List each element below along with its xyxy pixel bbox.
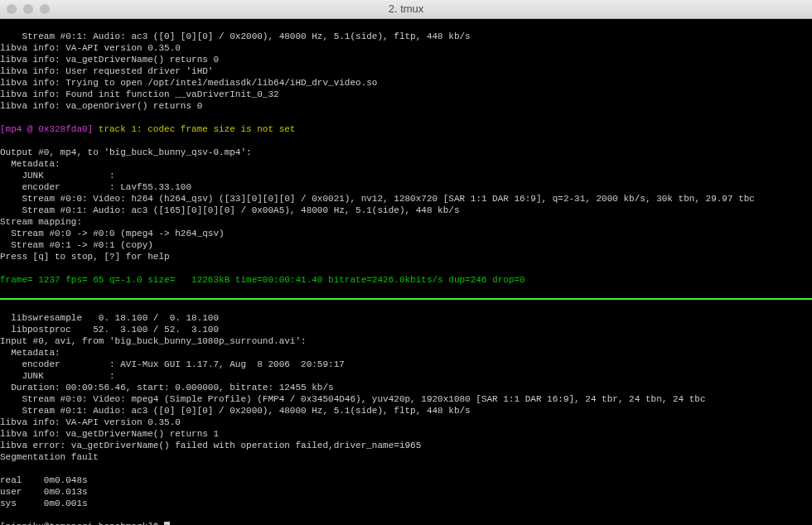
terminal-line: encoder : AVI-Mux GUI 1.17.7, Aug 8 2006… (0, 359, 812, 370)
terminal-line: Duration: 00:09:56.46, start: 0.000000, … (0, 382, 812, 393)
terminal-line: Stream #0:0: Video: mpeg4 (Simple Profil… (0, 393, 812, 405)
terminal-line: libva info: Found init function __vaDriv… (0, 89, 812, 100)
terminal-line: Stream #0:1: Audio: ac3 ([165][0][0][0] … (0, 205, 812, 216)
terminal-line: libva info: VA-API version 0.35.0 (0, 417, 812, 428)
warn-tag: [mp4 @ 0x328fda0] (0, 124, 93, 134)
terminal-line: Segmentation fault (0, 451, 812, 463)
terminal-line: Press [q] to stop, [?] for help (0, 251, 812, 262)
terminal-line: libva info: Trying to open /opt/intel/me… (0, 77, 812, 89)
terminal-line: libva info: User requested driver 'iHD' (0, 65, 812, 77)
terminal-line: libva error: va_getDriverName() failed w… (0, 440, 812, 451)
terminal-line: libpostproc 52. 3.100 / 52. 3.100 (0, 324, 812, 335)
terminal-line: libva info: va_getDriverName() returns 1 (0, 428, 812, 440)
terminal-line: Metadata: (0, 347, 812, 359)
titlebar: 2. tmux (0, 0, 812, 19)
terminal-line: Stream #0:1 -> #0:1 (copy) (0, 239, 812, 251)
window-title: 2. tmux (0, 3, 812, 15)
terminal-line: encoder : Lavf55.33.100 (0, 181, 812, 193)
terminal-line: user 0m0.013s (0, 486, 812, 498)
progress-line: frame= 1237 fps= 65 q=-1.0 size= 12263kB… (0, 274, 812, 286)
cursor-icon (164, 522, 170, 525)
terminal-line: JUNK : (0, 370, 812, 382)
warn-msg: track 1: codec frame size is not set (93, 124, 295, 134)
terminal-line: Stream #0:0 -> #0:0 (mpeg4 -> h264_qsv) (0, 228, 812, 239)
pane-divider[interactable] (0, 298, 812, 300)
terminal-line: real 0m0.048s (0, 474, 812, 486)
terminal-line: sys 0m0.001s (0, 498, 812, 509)
terminal-line: Stream #0:1: Audio: ac3 ([0] [0][0] / 0x… (0, 31, 812, 42)
terminal-line: libva info: VA-API version 0.35.0 (0, 42, 812, 54)
terminal-line: Output #0, mp4, to 'big_buck_bunny_qsv-0… (0, 147, 812, 158)
terminal-line: JUNK : (0, 170, 812, 181)
terminal-line: libva info: va_getDriverName() returns 0 (0, 54, 812, 65)
terminal-line: libswresample 0. 18.100 / 0. 18.100 (0, 312, 812, 324)
terminal-line: Input #0, avi, from 'big_buck_bunny_1080… (0, 335, 812, 347)
terminal-line: libva info: va_openDriver() returns 0 (0, 100, 812, 112)
terminal-line: Stream #0:0: Video: h264 (h264_qsv) ([33… (0, 193, 812, 205)
shell-prompt: [ninniku@tamanegi benchmark]$ (0, 522, 164, 525)
terminal-line: Stream #0:1: Audio: ac3 ([0] [0][0] / 0x… (0, 405, 812, 417)
terminal-line: Metadata: (0, 158, 812, 170)
terminal-line: Stream mapping: (0, 216, 812, 228)
terminal[interactable]: Stream #0:1: Audio: ac3 ([0] [0][0] / 0x… (0, 19, 812, 525)
terminal-line (0, 463, 812, 474)
